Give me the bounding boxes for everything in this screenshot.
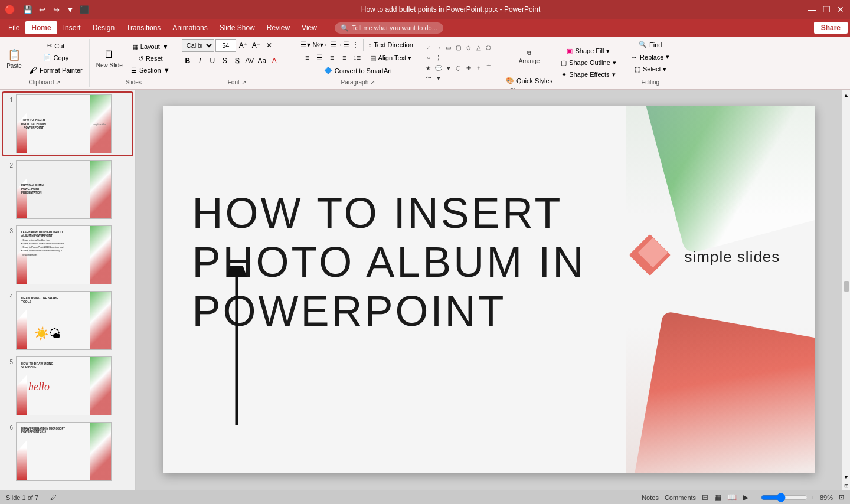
zoom-in-icon[interactable]: + [810,494,814,501]
shape-fill-button[interactable]: ▣ Shape Fill ▾ [558,45,619,57]
shape-rect-btn[interactable]: ▭ [444,42,453,52]
shape-arc-btn[interactable]: ⌒ [484,63,493,73]
redo-button[interactable]: ↪ [50,4,62,15]
line-spacing-button[interactable]: ↕≡ [351,52,363,64]
layout-button[interactable]: ▦ Layout ▼ [127,41,174,53]
zoom-range[interactable] [761,493,808,502]
font-color-button[interactable]: A [269,55,280,67]
scroll-up-button[interactable]: ▲ [844,91,849,99]
close-button[interactable]: ✕ [836,5,845,14]
zoom-slider[interactable]: − + [754,493,814,502]
zoom-percent[interactable]: 89% [820,494,833,501]
slide-title[interactable]: HOW TO INSERT PHOTO ALBUM IN POWERPOINT [192,189,653,335]
columns-button[interactable]: ⋮ [349,39,361,51]
replace-dropdown[interactable]: ▾ [666,53,669,61]
copy-button[interactable]: 📄 Copy [26,52,86,63]
shape-heart-btn[interactable]: ♥ [444,63,453,73]
new-slide-button[interactable]: 🗒 New Slide [93,41,126,76]
menu-transitions[interactable]: Transitions [120,21,166,34]
shape-triangle-btn[interactable]: △ [474,42,483,52]
customize-quick-access-button[interactable]: ▼ [64,4,76,15]
bold-button[interactable]: B [182,55,194,67]
shape-star-btn[interactable]: ★ [424,63,433,73]
shape-effects-button[interactable]: ✦ Shape Effects ▾ [558,69,619,80]
increase-font-button[interactable]: A⁺ [237,40,249,51]
shape-callout-btn[interactable]: 💬 [434,63,443,73]
arrange-button[interactable]: ⧉ Arrange [503,39,555,74]
justify-button[interactable]: ≡ [339,52,351,64]
view-slideshow-icon[interactable]: ▶ [743,493,748,502]
align-left-button[interactable]: ≡ [302,52,313,64]
font-expand-icon[interactable]: ↗ [241,79,246,86]
shape-cross-btn[interactable]: ✚ [464,63,473,73]
clipboard-expand-icon[interactable]: ↗ [55,79,60,86]
slide-thumb-5[interactable]: 5 HOW TO DRAW USINGSCRIBBLE hello [3,355,132,417]
shape-pentagon-btn[interactable]: ⬠ [484,42,493,52]
clear-format-button[interactable]: ✕ [263,40,275,51]
shape-diamond-btn[interactable]: ◇ [464,42,473,52]
shape-ellipse-btn[interactable]: ○ [424,53,433,62]
fit-screen-icon[interactable]: ⊡ [839,493,844,501]
shape-plus-btn[interactable]: ＋ [474,63,483,73]
change-case-button[interactable]: Aa [256,55,268,67]
align-text-button[interactable]: ▤ Align Text ▾ [367,52,415,64]
zoom-out-icon[interactable]: − [754,494,758,501]
char-spacing-button[interactable]: AV [244,55,256,67]
decrease-indent-button[interactable]: ←☰ [325,39,336,51]
slide-canvas[interactable]: HOW TO INSERT PHOTO ALBUM IN POWERPOINT … [163,106,815,473]
menu-design[interactable]: Design [87,21,120,34]
scroll-expand-button[interactable]: ⊞ [844,482,849,490]
shape-roundrect-btn[interactable]: ▢ [454,42,463,52]
slide-thumb-3[interactable]: 3 LEARN HOW TO INSERT PHOTOALBUMIN POWER… [3,224,132,286]
numbered-list-button[interactable]: №▾ [312,39,324,51]
menu-review[interactable]: Review [261,21,296,34]
paragraph-expand-icon[interactable]: ↗ [370,79,375,86]
view-reading-icon[interactable]: 📖 [727,493,737,502]
view-slidesorter-icon[interactable]: ▦ [714,493,721,502]
section-button[interactable]: ☰ Section ▼ [127,65,174,76]
quick-styles-button[interactable]: 🎨 Quick Styles [503,75,555,86]
scroll-down-button[interactable]: ▼ [844,473,849,482]
undo-button[interactable]: ↩ [36,4,48,15]
restore-button[interactable]: ❐ [822,5,831,14]
cut-button[interactable]: ✂ Cut [26,40,86,51]
view-normal-icon[interactable]: ⊞ [702,493,708,502]
tell-me-search[interactable]: 🔍 Tell me what you want to do... [335,22,443,34]
increase-indent-button[interactable]: →☰ [337,39,349,51]
menu-file[interactable]: File [2,21,25,34]
menu-home[interactable]: Home [25,21,57,34]
underline-button[interactable]: U [207,55,218,67]
format-painter-button[interactable]: 🖌 Format Painter [26,64,86,77]
share-button[interactable]: Share [814,22,848,34]
save-button[interactable]: 💾 [22,4,34,15]
shadow-button[interactable]: S [231,55,243,67]
slide-thumb-4[interactable]: 4 DRAW USING THE SHAPETOOLS ☀️🌤 [3,289,132,352]
shape-line-btn[interactable]: ⟋ [424,42,433,52]
reset-button[interactable]: ↺ Reset [127,53,174,64]
paste-button[interactable]: 📋 Paste [4,41,25,76]
shape-effects-dropdown[interactable]: ▾ [612,71,616,78]
shape-chevron-btn[interactable]: ⟩ [434,53,443,62]
comments-button[interactable]: Comments [665,494,696,501]
slide-thumb-1[interactable]: 1 HOW TO INSERTPHOTO ALBUMINPOWERPOINT s… [3,93,132,155]
align-right-button[interactable]: ≡ [326,52,338,64]
notes-button[interactable]: Notes [642,494,659,501]
slide-thumb-6[interactable]: 6 DRAW FREEHAND IN MICROSOFTPOWERPOINT 2… [3,420,132,483]
font-name-select[interactable]: Calibri [182,39,214,52]
shapes-more-btn[interactable]: ▼ [434,73,443,83]
scroll-thumb[interactable] [844,281,849,292]
align-center-button[interactable]: ☰ [314,52,326,64]
replace-button[interactable]: ↔ Replace ▾ [627,51,674,63]
shape-fill-dropdown[interactable]: ▾ [606,47,610,55]
font-size-input[interactable] [215,39,236,52]
logo-area[interactable]: simple slides [635,236,780,277]
minimize-button[interactable]: — [808,5,817,14]
slide-thumb-2[interactable]: 2 PHOTO ALBUMINPOWERPOINTPRESENTATION [3,158,132,221]
overflow-button[interactable]: ⬛ [79,4,90,15]
strikethrough-button[interactable]: S [219,55,231,67]
menu-slideshow[interactable]: Slide Show [214,21,261,34]
shape-cube-btn[interactable]: ⬡ [454,63,463,73]
shape-wave-btn[interactable]: 〜 [424,73,433,83]
decrease-font-button[interactable]: A⁻ [250,40,262,51]
find-button[interactable]: 🔍 Find [627,39,674,50]
